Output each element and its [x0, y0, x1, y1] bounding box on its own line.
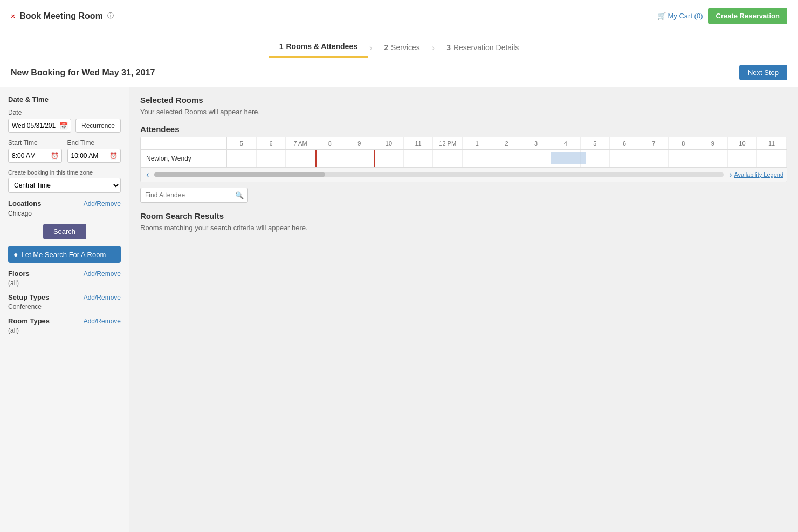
hour-cell: 8: [669, 137, 698, 149]
time-cell: [315, 150, 345, 167]
step-2-num: 2: [384, 43, 388, 52]
time-cell: [463, 150, 492, 167]
left-panel: Date & Time Date 📅 Recurrence Start Time…: [0, 87, 129, 532]
timezone-label: Create booking in this time zone: [8, 169, 121, 176]
time-cell: [345, 150, 375, 167]
step-3-num: 3: [446, 43, 451, 52]
step-2[interactable]: 2 Services: [373, 39, 430, 57]
timezone-select[interactable]: Central Time Eastern Time Pacific Time M…: [8, 178, 121, 193]
step-1[interactable]: 1 Rooms & Attendees: [269, 38, 368, 58]
let-me-search-label: Let Me Search For A Room: [21, 251, 106, 259]
locations-add-remove-link[interactable]: Add/Remove: [84, 200, 121, 208]
selected-rooms-placeholder: Your selected Rooms will appear here.: [140, 108, 787, 116]
table-row: Newlon, Wendy: [141, 150, 787, 167]
timeline-name-col-header: [141, 137, 227, 149]
right-panel: Selected Rooms Your selected Rooms will …: [129, 87, 798, 532]
let-me-search-bar[interactable]: ● Let Me Search For A Room: [8, 246, 121, 263]
setup-types-header: Setup Types Add/Remove: [8, 293, 121, 301]
hour-cell: 11: [404, 137, 434, 149]
create-reservation-button[interactable]: Create Reservation: [708, 8, 788, 24]
step-2-label: Services: [391, 43, 420, 52]
floors-value: (all): [8, 279, 121, 287]
setup-types-add-remove-link[interactable]: Add/Remove: [84, 294, 121, 301]
hour-cell: 4: [551, 137, 581, 149]
step-3-label: Reservation Details: [453, 43, 519, 52]
top-bar-left: × Book Meeting Room ⓘ: [11, 11, 114, 21]
hour-cell: 8: [315, 137, 345, 149]
time-cell: [698, 150, 728, 167]
cart-label: My Cart (0): [668, 12, 703, 20]
cart-icon: 🛒: [657, 12, 666, 20]
room-types-value: (all): [8, 327, 121, 334]
step-1-label: Rooms & Attendees: [286, 42, 357, 51]
time-cell: [757, 150, 787, 167]
cart-link[interactable]: 🛒 My Cart (0): [657, 12, 703, 20]
info-icon[interactable]: ⓘ: [107, 11, 114, 20]
time-cell: [669, 150, 698, 167]
attendees-section: Attendees 567 AM89101112 PM1234567891011…: [140, 125, 787, 203]
hour-cell: 5: [581, 137, 610, 149]
datetime-section-title: Date & Time: [8, 95, 121, 103]
time-row: Start Time ⏰ End Time ⏰: [8, 139, 121, 163]
find-attendee-input[interactable]: [140, 188, 248, 203]
time-cell: [257, 150, 286, 167]
selected-rooms-heading: Selected Rooms: [140, 95, 787, 105]
close-icon[interactable]: ×: [11, 12, 15, 20]
time-cell: [639, 150, 669, 167]
calendar-icon[interactable]: 📅: [59, 122, 68, 130]
search-button[interactable]: Search: [43, 224, 86, 239]
end-clock-icon[interactable]: ⏰: [109, 152, 118, 160]
setup-types-section: Setup Types Add/Remove Conference: [8, 293, 121, 310]
floors-section: Floors Add/Remove (all): [8, 270, 121, 287]
room-search-placeholder: Rooms matching your search criteria will…: [140, 224, 787, 232]
scroll-left-button[interactable]: ‹: [144, 170, 151, 179]
locations-group: Locations Add/Remove Chicago: [8, 199, 121, 217]
start-clock-icon[interactable]: ⏰: [51, 152, 59, 160]
find-attendee-search-icon[interactable]: 🔍: [235, 191, 244, 199]
timezone-group: Create booking in this time zone Central…: [8, 169, 121, 193]
date-group: Date 📅 Recurrence: [8, 109, 121, 133]
date-row: 📅 Recurrence: [8, 119, 121, 133]
recurrence-button[interactable]: Recurrence: [75, 119, 121, 133]
scroll-thumb: [154, 172, 325, 177]
main-layout: Date & Time Date 📅 Recurrence Start Time…: [0, 87, 798, 532]
scroll-bar[interactable]: [154, 172, 724, 177]
circle-icon: ●: [13, 250, 18, 259]
start-time-label: Start Time: [8, 139, 62, 147]
next-step-button[interactable]: Next Step: [739, 65, 787, 80]
start-time-wrap: ⏰: [8, 149, 62, 163]
setup-types-label: Setup Types: [8, 293, 49, 301]
hour-cell: 7: [639, 137, 669, 149]
step-3[interactable]: 3 Reservation Details: [436, 39, 529, 57]
floors-add-remove-link[interactable]: Add/Remove: [84, 270, 121, 278]
locations-label: Locations: [8, 199, 41, 208]
top-bar-right: 🛒 My Cart (0) Create Reservation: [657, 8, 788, 24]
time-cell: [521, 150, 551, 167]
attendee-name: Newlon, Wendy: [141, 150, 227, 167]
room-types-add-remove-link[interactable]: Add/Remove: [84, 317, 121, 325]
hour-cell: 2: [492, 137, 522, 149]
hour-cell: 12 PM: [433, 137, 463, 149]
steps-nav: 1 Rooms & Attendees › 2 Services › 3 Res…: [0, 32, 798, 58]
page-title: Book Meeting Room: [19, 11, 103, 21]
time-cell: [374, 150, 404, 167]
locations-header: Locations Add/Remove: [8, 199, 121, 208]
date-label: Date: [8, 109, 121, 116]
time-cell: [286, 150, 315, 167]
start-time-line: [315, 150, 317, 167]
setup-types-value: Conference: [8, 303, 121, 310]
floors-header: Floors Add/Remove: [8, 270, 121, 278]
time-group: Start Time ⏰ End Time ⏰: [8, 139, 121, 163]
booking-title: New Booking for Wed May 31, 2017: [11, 68, 155, 78]
end-time-label: End Time: [67, 139, 121, 147]
hour-cell: 5: [227, 137, 257, 149]
scroll-right-button[interactable]: ›: [727, 170, 734, 179]
time-cell: [728, 150, 758, 167]
selected-rooms-section: Selected Rooms Your selected Rooms will …: [140, 95, 787, 116]
availability-legend-link[interactable]: Availability Legend: [734, 171, 783, 178]
step-1-num: 1: [279, 42, 284, 51]
time-cell: [433, 150, 463, 167]
time-cell: [404, 150, 434, 167]
end-time-group: End Time ⏰: [67, 139, 121, 163]
hour-cell: 6: [610, 137, 639, 149]
